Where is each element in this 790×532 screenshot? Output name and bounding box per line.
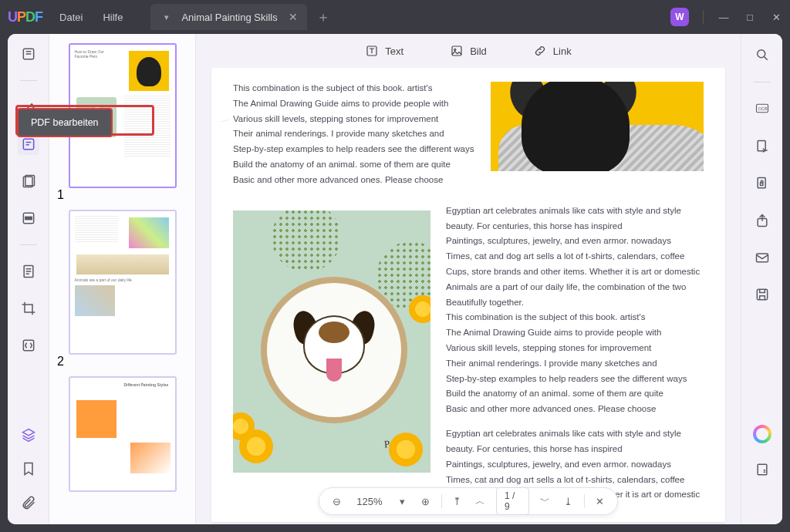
page-indicator[interactable]: 1 / 9 [496,487,529,515]
embroidery-image: Porfirio [233,210,430,473]
image-icon [450,44,464,58]
document-view[interactable]: This combination is the subject of this … [196,68,741,524]
compress-icon[interactable] [18,335,39,356]
text-block-1: This combination is the subject of this … [233,82,475,189]
text-block-2: Egyptian art celebrates animals like cat… [446,200,704,503]
link-icon [533,44,547,58]
thumb-heading: Different Painting Styles [124,382,170,387]
user-avatar[interactable]: W [670,8,689,26]
svg-rect-5 [25,217,31,219]
edit-link-label: Link [553,45,572,57]
bookmark-icon[interactable] [18,458,39,480]
prev-page-button[interactable]: ︿ [473,493,488,510]
forms-icon[interactable] [18,261,39,282]
thumbnail-page-2[interactable]: Animals are a part of our daily life [69,210,177,355]
svg-text:OCR: OCR [758,106,767,111]
titlebar: UPDF Datei Hilfe ▾ Animal Painting Skill… [0,0,790,34]
tab-close-icon[interactable]: ✕ [289,11,298,23]
reader-mode-icon[interactable] [18,43,39,65]
svg-rect-1 [23,139,33,149]
zoom-level[interactable]: 125% [352,496,387,507]
first-page-button[interactable]: ⤒ [450,493,465,510]
zoom-out-button[interactable]: ⊖ [329,493,344,510]
svg-rect-18 [756,254,768,262]
right-sidebar: OCR [741,34,782,524]
menu-file[interactable]: Datei [59,12,83,23]
text-icon [365,44,379,58]
svg-point-11 [757,50,765,58]
svg-rect-20 [758,464,767,474]
thumbnail-label-2: 2 [57,355,187,369]
annotation-arrow [151,122,298,123]
edit-image-label: Bild [470,45,487,57]
layers-icon[interactable] [18,424,39,446]
last-page-button[interactable]: ⤓ [561,493,576,510]
close-pager-button[interactable]: ✕ [592,493,608,510]
pug-image [491,82,704,171]
zoom-dropdown-icon[interactable]: ▾ [394,493,410,510]
window-minimize-icon[interactable]: — [717,12,730,23]
window-close-icon[interactable]: ✕ [770,12,782,23]
app-logo: UPDF [8,9,42,25]
organize-pages-icon[interactable] [18,170,39,192]
svg-rect-9 [452,46,461,56]
edit-image-button[interactable]: Bild [450,44,487,58]
menu-help[interactable]: Hilfe [103,12,123,23]
edit-toolbar: Text Bild Link [196,34,741,68]
document-tab[interactable]: ▾ Animal Painting Skills ✕ [150,4,306,30]
thumb-heading: Animals are a part of our daily life [75,278,170,282]
window-maximize-icon[interactable]: □ [744,12,756,23]
ai-assistant-icon[interactable] [752,424,772,444]
email-icon[interactable] [752,247,772,268]
crop-icon[interactable] [18,298,39,319]
edit-link-button[interactable]: Link [533,44,572,58]
edit-text-label: Text [385,45,403,57]
pdf-page: This combination is the subject of this … [211,68,725,522]
properties-icon[interactable] [752,460,772,480]
save-icon[interactable] [752,285,772,305]
search-icon[interactable] [752,45,772,65]
protect-icon[interactable] [752,173,772,194]
share-icon[interactable] [752,210,772,231]
new-tab-button[interactable]: ＋ [316,8,330,26]
ocr-icon[interactable]: OCR [752,99,772,120]
redact-icon[interactable] [18,207,39,229]
page-navigator: ⊖ 125% ▾ ⊕ ⤒ ︿ 1 / 9 ﹀ ⤓ ✕ [319,487,618,515]
thumbnail-label-1: 1 [57,188,187,202]
thumbnail-page-3[interactable]: Different Painting Styles [69,376,177,492]
zoom-in-button[interactable]: ⊕ [418,493,434,510]
tab-menu-icon[interactable]: ▾ [160,10,174,24]
svg-rect-16 [760,183,762,185]
svg-rect-19 [757,289,767,299]
convert-icon[interactable] [752,136,772,157]
tab-title: Animal Painting Skills [181,12,277,23]
attachment-icon[interactable] [18,492,39,513]
thumb-heading: How to Draw Our Favorite Pets [75,49,118,59]
edit-text-button[interactable]: Text [365,44,403,58]
tooltip-edit-pdf: PDF bearbeiten [17,108,113,137]
svg-point-10 [454,49,456,50]
next-page-button[interactable]: ﹀ [537,493,552,510]
